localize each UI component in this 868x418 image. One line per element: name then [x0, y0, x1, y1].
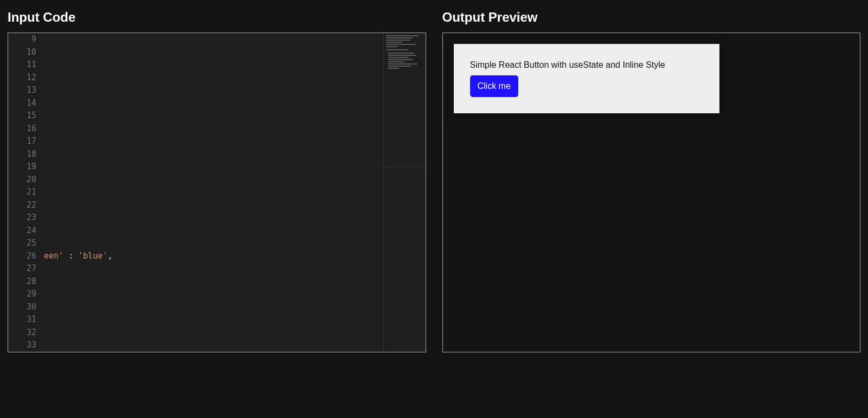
line-number: 28 [8, 275, 36, 288]
code-text-area[interactable]: een' : 'blue', op:'20px',marginLeft:'20p… [44, 33, 426, 352]
line-number: 27 [8, 262, 36, 275]
line-number: 33 [8, 339, 36, 352]
line-number: 22 [8, 199, 36, 212]
line-number: 19 [8, 160, 36, 173]
line-number: 32 [8, 326, 36, 339]
line-number: 29 [8, 288, 36, 301]
line-number: 12 [8, 72, 36, 85]
minimap[interactable] [383, 33, 426, 352]
input-code-panel: Input Code 9 10 11 12 13 14 15 16 17 18 … [8, 0, 426, 352]
preview-card: Simple React Button with useState and In… [454, 44, 719, 113]
line-number-gutter: 9 10 11 12 13 14 15 16 17 18 19 20 21 22… [8, 33, 44, 352]
code-line-14[interactable]: een' : 'blue', [44, 250, 426, 263]
line-number: 17 [8, 135, 36, 148]
line-number: 24 [8, 224, 36, 237]
line-number: 26 [8, 250, 36, 263]
line-number: 21 [8, 186, 36, 199]
line-number: 31 [8, 313, 36, 326]
line-number: 25 [8, 237, 36, 250]
line-number: 30 [8, 301, 36, 314]
code-editor[interactable]: 9 10 11 12 13 14 15 16 17 18 19 20 21 22… [8, 33, 426, 352]
line-number: 14 [8, 97, 36, 110]
line-number: 15 [8, 110, 36, 123]
line-number: 9 [8, 33, 36, 46]
line-number: 16 [8, 123, 36, 136]
click-me-button[interactable]: Click me [470, 75, 518, 97]
input-code-title: Input Code [8, 10, 426, 25]
line-number: 20 [8, 173, 36, 187]
output-preview-panel: Output Preview Simple React Button with … [442, 0, 861, 352]
line-number: 13 [8, 84, 36, 97]
line-number: 10 [8, 46, 36, 59]
line-number: 23 [8, 211, 36, 224]
output-preview-frame: Simple React Button with useState and In… [442, 33, 861, 352]
line-number: 11 [8, 59, 36, 72]
line-number: 18 [8, 148, 36, 161]
output-preview-title: Output Preview [442, 10, 861, 25]
preview-heading: Simple React Button with useState and In… [470, 60, 703, 70]
